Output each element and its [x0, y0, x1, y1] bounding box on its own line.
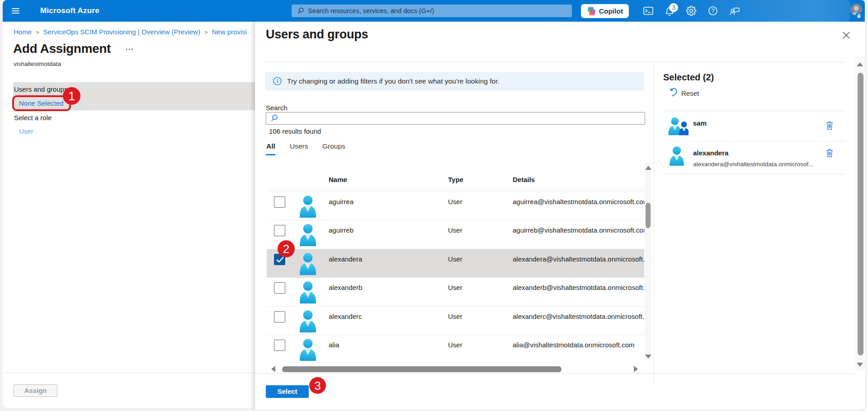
svg-text:?: ?	[711, 7, 714, 14]
